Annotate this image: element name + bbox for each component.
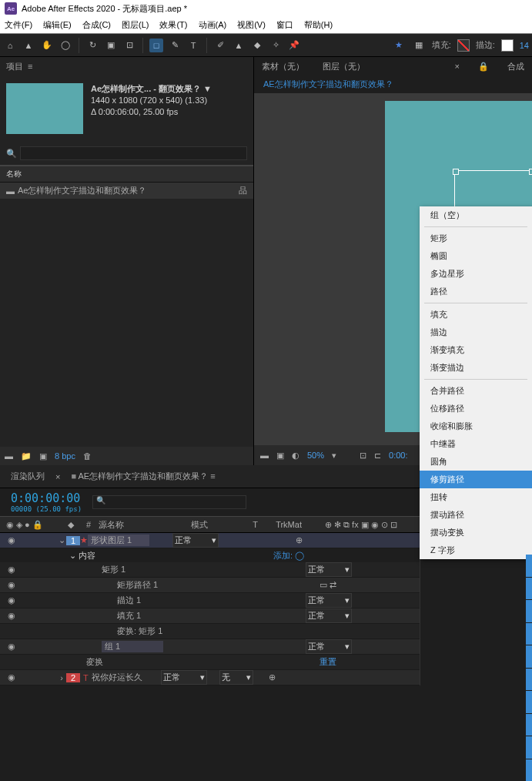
menu-effect[interactable]: 效果(T): [159, 19, 187, 31]
ctx-stroke[interactable]: 描边: [420, 323, 532, 341]
fill-swatch[interactable]: [457, 39, 470, 52]
stroke-label: 描边:: [476, 39, 495, 51]
add-contents[interactable]: ⌄ 内容 添加: ◯: [0, 548, 420, 562]
mask-icon[interactable]: ◐: [292, 451, 299, 461]
menu-file[interactable]: 文件(F): [5, 19, 32, 31]
stroke-width[interactable]: 14: [520, 41, 529, 50]
twirl-icon[interactable]: ⌄: [57, 535, 66, 545]
viewer-tab-comp[interactable]: 合成: [507, 61, 524, 72]
menu-window[interactable]: 窗口: [276, 19, 293, 31]
rect-path[interactable]: ◉›矩形路径 1 ▭ ⇄: [0, 578, 420, 593]
close-icon[interactable]: ×: [455, 62, 460, 71]
ctx-grad-fill[interactable]: 渐变填充: [420, 341, 532, 359]
interpret-icon[interactable]: ▬: [5, 451, 13, 461]
transform-prop[interactable]: ›变换 重置: [0, 655, 420, 670]
menu-edit[interactable]: 编辑(E): [43, 19, 72, 31]
home-icon[interactable]: ⌂: [3, 39, 17, 52]
project-footer: ▬ 📁 ▣ 8 bpc 🗑: [0, 447, 253, 465]
ctx-repeater[interactable]: 中继器: [420, 435, 532, 453]
ctx-rectangle[interactable]: 矩形: [420, 230, 532, 247]
ctx-zigzag[interactable]: Z 字形: [420, 541, 532, 559]
ctx-fill[interactable]: 填充: [420, 306, 532, 323]
hand-tool-icon[interactable]: ✋: [40, 39, 54, 52]
ctx-polystar[interactable]: 多边星形: [420, 265, 532, 283]
zoom-value[interactable]: 50%: [307, 451, 324, 460]
pen-tool-icon[interactable]: ✎: [168, 39, 182, 52]
blend-mode[interactable]: 正常▾: [172, 533, 219, 548]
layer-1[interactable]: ◉ ⌄ 1 ★ 形状图层 1 正常▾ ⊕: [0, 533, 420, 548]
viewer-tab-footage[interactable]: 素材（无）: [262, 61, 304, 72]
brush-tool-icon[interactable]: ✐: [213, 39, 227, 52]
layer-2[interactable]: ◉ › 2 T 祝你好运长久 正常▾ 无▾ ⊕: [0, 670, 420, 685]
current-timecode[interactable]: 0:00:00:00: [11, 491, 82, 505]
render-queue-tab[interactable]: 渲染队列: [11, 471, 45, 482]
flowchart-icon[interactable]: 品: [239, 185, 247, 196]
stroke-swatch[interactable]: [501, 39, 514, 52]
zoom-dropdown-icon[interactable]: ▾: [332, 451, 336, 461]
selection-tool-icon[interactable]: ▲: [22, 39, 35, 52]
comp-thumbnail[interactable]: [6, 83, 83, 134]
timeline-comp-tab[interactable]: ■ AE怎样制作文字描边和翻页效果？ ≡: [71, 471, 215, 482]
grid-icon[interactable]: ▦: [412, 39, 426, 52]
ctx-group-empty[interactable]: 组（空）: [420, 206, 532, 224]
frame-count: 00000 (25.00 fps): [11, 505, 82, 513]
anchor-tool-icon[interactable]: ⊡: [122, 39, 136, 52]
crop-icon[interactable]: ⊏: [374, 451, 381, 461]
project-item[interactable]: ▬ Ae怎样制作文字描边和翻页效果？ 品: [0, 183, 253, 199]
preview-res-icon[interactable]: ▬: [260, 451, 269, 460]
timeline-search-input[interactable]: 🔍: [92, 495, 246, 509]
roto-tool-icon[interactable]: ✧: [269, 39, 283, 52]
active-comp-name[interactable]: AE怎样制作文字描边和翻页效果？: [263, 79, 393, 89]
stamp-tool-icon[interactable]: ▲: [232, 39, 246, 52]
ctx-wiggle-paths[interactable]: 摆动路径: [420, 506, 532, 524]
camera-tool-icon[interactable]: ▣: [104, 39, 118, 52]
text-tool-icon[interactable]: T: [186, 39, 200, 52]
context-menu: 组（空） 矩形 椭圆 多边星形 路径 填充 描边 渐变填充 渐变描边 合并路径 …: [420, 206, 532, 559]
close-tab-icon[interactable]: ×: [55, 472, 60, 481]
ctx-grad-stroke[interactable]: 渐变描边: [420, 359, 532, 377]
panel-menu-icon[interactable]: ≡: [28, 62, 32, 71]
bpc-value[interactable]: 8 bpc: [55, 451, 75, 461]
ctx-offset-paths[interactable]: 位移路径: [420, 400, 532, 417]
project-search-input[interactable]: [20, 146, 247, 160]
menu-view[interactable]: 视图(V): [237, 19, 266, 31]
ctx-merge-paths[interactable]: 合并路径: [420, 382, 532, 400]
ctx-path[interactable]: 路径: [420, 283, 532, 300]
folder-icon[interactable]: 📁: [21, 451, 32, 461]
stroke-prop[interactable]: ◉›描边 1 正常▾: [0, 593, 420, 608]
alpha-icon[interactable]: ▣: [276, 451, 284, 461]
new-comp-icon[interactable]: ▣: [39, 451, 47, 461]
group-1[interactable]: ◉› 组 1 正常▾: [0, 639, 420, 655]
rotate-tool-icon[interactable]: ↻: [85, 39, 99, 52]
project-tab[interactable]: 项目: [6, 61, 23, 72]
fill-prop[interactable]: ◉›填充 1 正常▾: [0, 608, 420, 624]
rectangle-tool-icon[interactable]: □: [149, 39, 163, 52]
ctx-wiggle-transform[interactable]: 摆动变换: [420, 524, 532, 541]
puppet-tool-icon[interactable]: 📌: [287, 39, 301, 52]
menu-comp[interactable]: 合成(C): [82, 19, 111, 31]
star-icon[interactable]: ★: [392, 39, 406, 52]
menu-help[interactable]: 帮助(H): [304, 19, 333, 31]
transform-rect[interactable]: ›变换: 矩形 1: [0, 624, 420, 639]
viewer-timecode[interactable]: 0:00:: [389, 451, 407, 460]
ctx-round[interactable]: 圆角: [420, 453, 532, 471]
project-column-header[interactable]: 名称: [0, 166, 253, 183]
ctx-pucker[interactable]: 收缩和膨胀: [420, 417, 532, 435]
project-item-name: Ae怎样制作文字描边和翻页效果？: [18, 185, 146, 196]
zoom-tool-icon[interactable]: ◯: [59, 39, 72, 52]
lock-icon[interactable]: 🔒: [478, 62, 489, 72]
menu-layer[interactable]: 图层(L): [122, 19, 149, 31]
app-icon: Ae: [5, 2, 17, 15]
ctx-trim-paths[interactable]: 修剪路径: [420, 471, 532, 488]
region-icon[interactable]: ⊡: [360, 451, 366, 461]
rect-1-group[interactable]: ◉ ⌄ 矩形 1 正常▾: [0, 562, 420, 578]
viewer-tab-layer[interactable]: 图层（无）: [323, 61, 365, 72]
eraser-tool-icon[interactable]: ◆: [250, 39, 264, 52]
trash-icon[interactable]: 🗑: [83, 451, 92, 461]
ctx-ellipse[interactable]: 椭圆: [420, 247, 532, 265]
ctx-twist[interactable]: 扭转: [420, 488, 532, 506]
menu-animation[interactable]: 动画(A): [199, 19, 227, 31]
comp-icon: ▬: [6, 186, 15, 196]
visibility-icon[interactable]: ◉: [6, 535, 17, 545]
menu-bar: 文件(F) 编辑(E) 合成(C) 图层(L) 效果(T) 动画(A) 视图(V…: [0, 17, 532, 34]
